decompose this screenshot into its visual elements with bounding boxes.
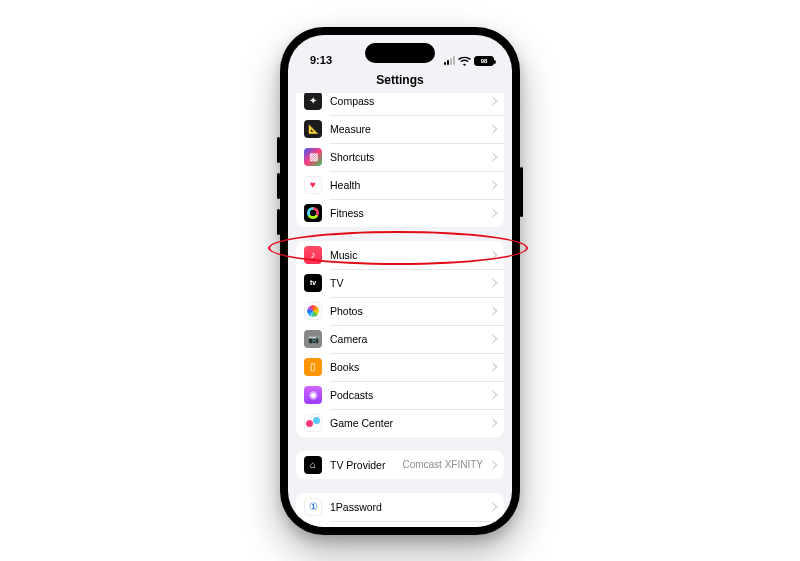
gamecenter-icon xyxy=(304,414,322,432)
chevron-right-icon xyxy=(489,278,497,286)
settings-row-books[interactable]: ▯ Books xyxy=(296,353,504,381)
podcasts-icon: ◉ xyxy=(304,386,322,404)
settings-row-gamecenter[interactable]: Game Center xyxy=(296,409,504,437)
health-icon: ♥ xyxy=(304,176,322,194)
chevron-right-icon xyxy=(489,502,497,510)
settings-group-media-apps: ♪ Music tv TV Photos 📷 Camera xyxy=(296,241,504,437)
settings-row-label: Shortcuts xyxy=(330,151,486,163)
settings-list[interactable]: ✦ Compass 📐 Measure ▩ Shortcuts ♥ Health xyxy=(288,93,512,527)
tvprovider-icon: ⌂ xyxy=(304,456,322,474)
settings-row-label: TV Provider xyxy=(330,459,402,471)
chevron-right-icon xyxy=(489,390,497,398)
settings-row-label: Fitness xyxy=(330,207,486,219)
cellular-signal-icon xyxy=(444,56,455,65)
camera-icon: 📷 xyxy=(304,330,322,348)
tv-icon: tv xyxy=(304,274,322,292)
settings-row-label: Books xyxy=(330,361,486,373)
settings-group-third-party: ① 1Password 3DMark Wild Life Extreme xyxy=(296,493,504,527)
chevron-right-icon xyxy=(489,208,497,216)
status-indicators: 98 xyxy=(444,56,494,66)
settings-row-label: Podcasts xyxy=(330,389,486,401)
dynamic-island xyxy=(365,43,435,63)
settings-group-tv-provider: ⌂ TV Provider Comcast XFINITY xyxy=(296,451,504,479)
settings-row-podcasts[interactable]: ◉ Podcasts xyxy=(296,381,504,409)
settings-row-measure[interactable]: 📐 Measure xyxy=(296,115,504,143)
settings-row-label: Measure xyxy=(330,123,486,135)
settings-row-tvprovider[interactable]: ⌂ TV Provider Comcast XFINITY xyxy=(296,451,504,479)
battery-level: 98 xyxy=(481,58,488,64)
status-time: 9:13 xyxy=(310,54,332,66)
settings-row-photos[interactable]: Photos xyxy=(296,297,504,325)
measure-icon: 📐 xyxy=(304,120,322,138)
chevron-right-icon xyxy=(489,124,497,132)
shortcuts-icon: ▩ xyxy=(304,148,322,166)
settings-group-system-apps-1: ✦ Compass 📐 Measure ▩ Shortcuts ♥ Health xyxy=(296,93,504,227)
chevron-right-icon xyxy=(489,152,497,160)
settings-row-shortcuts[interactable]: ▩ Shortcuts xyxy=(296,143,504,171)
1password-icon: ① xyxy=(304,498,322,516)
books-icon: ▯ xyxy=(304,358,322,376)
settings-row-1password[interactable]: ① 1Password xyxy=(296,493,504,521)
settings-row-3dmark[interactable]: 3DMark Wild Life Extreme xyxy=(296,521,504,527)
screen: 9:13 98 Settings ✦ Compass xyxy=(288,35,512,527)
chevron-right-icon xyxy=(489,96,497,104)
photos-icon xyxy=(304,302,322,320)
music-icon: ♪ xyxy=(304,246,322,264)
chevron-right-icon xyxy=(489,180,497,188)
settings-row-label: Game Center xyxy=(330,417,486,429)
settings-row-label: Camera xyxy=(330,333,486,345)
iphone-device-frame: 9:13 98 Settings ✦ Compass xyxy=(280,27,520,535)
compass-icon: ✦ xyxy=(304,93,322,110)
settings-row-fitness[interactable]: Fitness xyxy=(296,199,504,227)
settings-row-label: Compass xyxy=(330,95,486,107)
settings-row-label: Photos xyxy=(330,305,486,317)
settings-row-label: TV xyxy=(330,277,486,289)
chevron-right-icon xyxy=(489,250,497,258)
settings-row-camera[interactable]: 📷 Camera xyxy=(296,325,504,353)
chevron-right-icon xyxy=(489,334,497,342)
settings-row-music[interactable]: ♪ Music xyxy=(296,241,504,269)
settings-row-detail: Comcast XFINITY xyxy=(402,459,483,470)
chevron-right-icon xyxy=(489,418,497,426)
settings-row-label: 1Password xyxy=(330,501,486,513)
chevron-right-icon xyxy=(489,460,497,468)
chevron-right-icon xyxy=(489,362,497,370)
chevron-right-icon xyxy=(489,306,497,314)
settings-row-compass[interactable]: ✦ Compass xyxy=(296,93,504,115)
settings-row-label: Health xyxy=(330,179,486,191)
fitness-icon xyxy=(304,204,322,222)
battery-icon: 98 xyxy=(474,56,494,66)
settings-row-health[interactable]: ♥ Health xyxy=(296,171,504,199)
3dmark-icon xyxy=(304,526,322,527)
settings-row-label: Music xyxy=(330,249,486,261)
settings-row-tv[interactable]: tv TV xyxy=(296,269,504,297)
wifi-icon xyxy=(458,56,471,66)
nav-title: Settings xyxy=(288,69,512,93)
